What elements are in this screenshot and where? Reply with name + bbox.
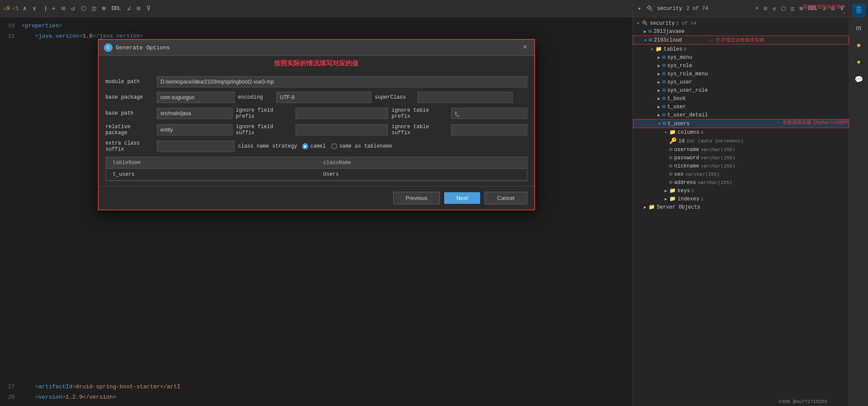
tree-item-col-password[interactable]: ⊟ password varchar(255): [633, 154, 849, 162]
javaee-arrow: ▶: [642, 29, 649, 34]
compare-icon[interactable]: ◫: [90, 4, 97, 13]
down-icon[interactable]: ∨: [31, 4, 38, 13]
next-button[interactable]: Next: [444, 192, 480, 204]
indexes-label: indexes: [678, 196, 699, 202]
grid2-icon[interactable]: ⊞: [798, 4, 804, 13]
ignore-field-suffix-input[interactable]: [296, 124, 388, 135]
module-path-row: module path: [106, 76, 527, 87]
ignore-table-suffix-input[interactable]: [451, 124, 527, 135]
add-icon[interactable]: +: [50, 4, 57, 13]
keys-badge: 1: [691, 188, 694, 193]
encoding-label: encoding: [238, 94, 273, 100]
tree-item-sys-role-menu[interactable]: ▶ ⊟ sys_role_menu: [633, 70, 849, 78]
camel-radio[interactable]: camel: [302, 143, 326, 149]
sys-user-role-icon: ⊟: [662, 87, 665, 93]
tree-item-tables[interactable]: ▾ 📁 tables 9: [633, 45, 849, 53]
col-id-type: int (auto increment): [686, 139, 743, 144]
arrow-left-icon[interactable]: ↲: [125, 4, 132, 13]
col-password-label: password: [674, 155, 699, 161]
sidebar-m-icon[interactable]: m: [852, 21, 866, 35]
cancel-button[interactable]: Cancel: [484, 192, 527, 204]
tree-item-columns[interactable]: ▾ 📁 columns 6: [633, 128, 849, 136]
relative-package-input[interactable]: [157, 124, 232, 135]
sys-user-arrow: ▶: [655, 80, 662, 85]
ddl2-label[interactable]: DDL: [807, 5, 819, 13]
tree-item-col-username[interactable]: ⊟ username varchar(255): [633, 145, 849, 154]
tree-item-2103cloud[interactable]: ▾ ⊞ 2103cloud: [633, 35, 849, 45]
grid-icon[interactable]: ⊞: [100, 4, 107, 13]
tree-item-col-nickname[interactable]: ⊟ nickname varchar(255): [633, 162, 849, 170]
tree-item-server-objects[interactable]: ▶ 📁 Server Objects: [633, 203, 849, 211]
filter2-icon[interactable]: ⊽: [839, 4, 845, 13]
save2-icon[interactable]: ⬡: [780, 4, 787, 13]
panel-icon[interactable]: ⊟: [135, 4, 142, 13]
tree-item-col-id[interactable]: 🔑 id int (auto increment): [633, 136, 849, 145]
compare2-icon[interactable]: ◫: [790, 4, 796, 13]
db-tree-content: ▾ 🔌 security 2 of 74 ▶ ⊞ 2013javaee ▾ ⊞ …: [633, 17, 849, 406]
warnings-badge: ⚠9: [3, 5, 10, 12]
tablename-radio[interactable]: same as tablename: [331, 143, 392, 149]
camel-radio-dot[interactable]: [302, 143, 308, 149]
col-id-icon: 🔑: [669, 137, 677, 145]
db-collapse-icon[interactable]: ▾: [636, 4, 642, 13]
ddl-label[interactable]: DDL: [110, 5, 123, 13]
window2-icon[interactable]: ⊡: [762, 4, 768, 13]
ignore-table-prefix-input[interactable]: [451, 108, 527, 119]
arrow2-icon[interactable]: ↲: [821, 4, 827, 13]
sys-role-menu-arrow: ▶: [655, 71, 662, 77]
panel2-icon[interactable]: ⊟: [830, 4, 836, 13]
db-expand-icon[interactable]: 🔌: [645, 4, 655, 13]
extra-class-suffix-input[interactable]: [157, 141, 235, 152]
window-icon[interactable]: ⊡: [60, 4, 67, 13]
t-users-label: t_users: [668, 121, 689, 127]
ignore-field-prefix-label: ignore field prefix: [236, 107, 292, 119]
csdn-watermark: CSDN @xu772710255: [779, 399, 827, 404]
add-db-icon[interactable]: +: [754, 4, 760, 13]
table-row-0[interactable]: t_users Users: [106, 169, 527, 180]
col-sex-icon: ⊟: [669, 171, 672, 177]
base-path-label: base path: [106, 110, 153, 116]
indexes-folder-icon: 📁: [669, 196, 676, 202]
tree-item-sys-role[interactable]: ▶ ⊟ sys_role: [633, 61, 849, 70]
tree-item-2013javaee[interactable]: ▶ ⊞ 2013javaee: [633, 27, 849, 35]
tables-label: tables: [664, 46, 682, 52]
tree-item-t-user[interactable]: ▶ ⊟ t_user: [633, 103, 849, 111]
tablename-radio-dot[interactable]: [331, 143, 337, 149]
save-icon[interactable]: ⬡: [79, 4, 88, 13]
sidebar-orange-icon[interactable]: ●: [852, 55, 866, 69]
superclass-input[interactable]: [417, 92, 513, 103]
sys-menu-arrow: ▶: [655, 55, 662, 60]
encoding-input[interactable]: [276, 92, 371, 103]
tree-item-t-book[interactable]: ▶ ⊟ t_book: [633, 94, 849, 103]
dialog-close-button[interactable]: ×: [521, 44, 529, 52]
columns-folder-icon: 📁: [669, 129, 676, 135]
security-badge-tree: 2 of 74: [676, 21, 696, 26]
tree-item-sys-user[interactable]: ▶ ⊟ sys_user: [633, 78, 849, 86]
t-book-arrow: ▶: [655, 96, 662, 101]
previous-button[interactable]: Previous: [393, 192, 440, 204]
col-username-label: username: [674, 147, 699, 153]
tree-item-col-address[interactable]: ⊟ address varchar(255): [633, 178, 849, 187]
tree-item-indexes[interactable]: ▶ 📁 indexes 1: [633, 195, 849, 203]
sidebar-diamond-icon[interactable]: ◆: [852, 38, 866, 52]
module-path-input[interactable]: [157, 76, 527, 87]
ignore-field-prefix-input[interactable]: [296, 108, 388, 119]
tree-item-t-users[interactable]: ▾ ⊟ t_users: [633, 119, 849, 128]
filter-icon[interactable]: ⊽: [145, 4, 152, 13]
javaee-icon: ⊞: [649, 28, 652, 35]
tree-item-keys[interactable]: ▶ 📁 keys 1: [633, 187, 849, 195]
t-book-label: t_book: [667, 96, 686, 102]
base-path-input[interactable]: [157, 108, 232, 119]
tree-item-sys-menu[interactable]: ▶ ⊟ sys_menu: [633, 53, 849, 61]
tree-item-sys-user-role[interactable]: ▶ ⊟ sys_user_role: [633, 86, 849, 94]
sidebar-chat-icon[interactable]: 💬: [852, 73, 866, 87]
refresh-icon[interactable]: ↺: [69, 4, 76, 13]
col-address-type: varchar(255): [698, 180, 732, 185]
tree-item-col-sex[interactable]: ⊟ sex varchar(255): [633, 170, 849, 178]
refresh2-icon[interactable]: ↺: [771, 4, 777, 13]
up-icon[interactable]: ∧: [21, 4, 28, 13]
sidebar-db-icon[interactable]: 🗄: [852, 3, 866, 17]
tree-item-security[interactable]: ▾ 🔌 security 2 of 74: [633, 19, 849, 27]
base-package-input[interactable]: [157, 92, 235, 103]
tree-item-t-user-detail[interactable]: ▶ ⊟ t_user_detail: [633, 111, 849, 119]
